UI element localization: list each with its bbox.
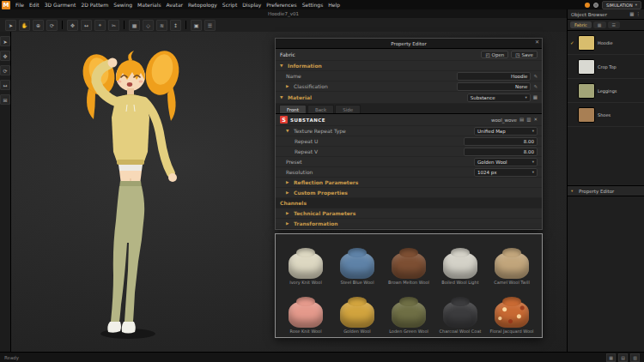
menu-retopology[interactable]: Retopology: [188, 2, 217, 8]
open-button[interactable]: ◰ Open: [481, 51, 508, 58]
menu-help[interactable]: Help: [328, 2, 340, 8]
measure-tool-icon[interactable]: ↕: [170, 20, 181, 31]
scissors-tool-icon[interactable]: ✂: [108, 20, 119, 31]
material-thumbnail[interactable]: Boiled Wool Light: [435, 238, 485, 285]
technical-parameters-header[interactable]: ▶ Technical Parameters: [276, 208, 542, 219]
menu-avatar[interactable]: Avatar: [167, 2, 183, 8]
menu-materials[interactable]: Materials: [137, 2, 161, 8]
repeat-v-field[interactable]: 8.00: [464, 148, 538, 156]
tab-side[interactable]: Side: [335, 105, 361, 113]
property-editor-collapsed-header[interactable]: ▾ Property Editor: [568, 185, 644, 196]
resolution-select[interactable]: 1024 px ▾: [474, 168, 538, 177]
fabric-list-item-hoodie[interactable]: ✓ Hoodie: [568, 31, 644, 55]
tab-fabric[interactable]: Fabric: [570, 21, 592, 28]
triangle-collapsed-icon[interactable]: ▶: [286, 84, 291, 88]
frame-all-icon[interactable]: ⊞: [0, 94, 10, 105]
options-tool-icon[interactable]: ☰: [204, 20, 216, 31]
material-side-tabs: Front Back Side: [276, 104, 542, 114]
menu-script[interactable]: Script: [222, 2, 237, 8]
material-thumbnail[interactable]: Ivory Knit Wool: [281, 238, 331, 285]
layout-grid-icon[interactable]: ▦: [606, 353, 616, 362]
channels-section-header[interactable]: Channels: [276, 198, 542, 208]
select-tool-icon[interactable]: ➤: [5, 20, 16, 31]
pattern-tool-icon[interactable]: ◇: [143, 20, 154, 31]
material-thumbnail[interactable]: Rose Knit Wool: [281, 287, 331, 334]
custom-properties-header[interactable]: ▶ Custom Properties: [276, 188, 542, 198]
grid-view-icon[interactable]: ▦: [629, 12, 634, 17]
menu-preferences[interactable]: Preferences: [266, 2, 296, 8]
material-thumbnail[interactable]: Steel Blue Wool: [332, 238, 382, 285]
layout-split-icon[interactable]: ▤: [618, 353, 628, 362]
sewing-tool-icon[interactable]: ≋: [156, 20, 167, 31]
edit-pencil-icon[interactable]: ✎: [533, 74, 538, 79]
menu-display[interactable]: Display: [242, 2, 261, 8]
move-gizmo-icon[interactable]: ✥: [0, 51, 10, 61]
tab-arrangement-icon[interactable]: ▦: [593, 21, 606, 28]
move-tool-icon[interactable]: ✥: [67, 20, 78, 31]
name-field[interactable]: Hoodie: [457, 72, 531, 81]
delete-icon[interactable]: ✕: [533, 118, 538, 123]
zoom-tool-icon[interactable]: ⊕: [33, 20, 44, 31]
fabric-list-item-leggings[interactable]: Leggings: [568, 79, 644, 103]
sync-status-icon[interactable]: [593, 3, 598, 8]
triangle-expanded-icon[interactable]: ▼: [286, 129, 291, 133]
close-icon[interactable]: ✕: [535, 39, 539, 45]
material-thumbnail[interactable]: Golden Wool: [332, 287, 382, 334]
menu-settings[interactable]: Settings: [302, 2, 324, 8]
tab-list-icon[interactable]: ☰: [608, 21, 620, 28]
fabric-list-item-croptop[interactable]: Crop Top: [568, 55, 644, 79]
layout-single-icon[interactable]: ▥: [630, 353, 640, 362]
preset-value: Golden Wool: [477, 160, 507, 165]
information-section-header[interactable]: ▼ Information: [276, 61, 542, 71]
scale-gizmo-icon[interactable]: ↔: [0, 80, 10, 90]
preset-select[interactable]: Golden Wool ▾: [474, 158, 538, 166]
copy-icon[interactable]: ▤: [519, 118, 524, 123]
rotate-view-tool-icon[interactable]: ⟳: [46, 20, 58, 31]
edit-pencil-icon[interactable]: ✎: [533, 84, 538, 89]
reflection-parameters-header[interactable]: ▶ Reflection Parameters: [276, 178, 542, 188]
menu-sewing[interactable]: Sewing: [113, 2, 132, 8]
simulation-mode-selector[interactable]: SIMULATION ▾: [602, 1, 641, 9]
material-thumbnail[interactable]: Loden Green Wool: [384, 287, 434, 334]
material-section-header[interactable]: ▼ Material Substance ▾ ▦: [276, 92, 542, 104]
pan-tool-icon[interactable]: ✋: [19, 20, 30, 31]
property-editor-titlebar[interactable]: Property Editor ✕: [276, 39, 542, 49]
save-disk-icon: ◳: [515, 52, 519, 57]
cursor-tool-icon[interactable]: ➤: [0, 36, 10, 46]
rotate-gizmo-icon[interactable]: ⟳: [0, 65, 10, 75]
menu-2d-pattern[interactable]: 2D Pattern: [81, 2, 108, 8]
resolution-value: 1024 px: [477, 170, 497, 175]
material-name: Rose Knit Wool: [289, 329, 321, 335]
repeat-u-field[interactable]: 8.00: [464, 137, 538, 146]
link-icon[interactable]: ▥: [526, 118, 531, 123]
tab-back[interactable]: Back: [307, 105, 334, 113]
account-avatar-icon[interactable]: [585, 3, 590, 8]
texture-repeat-select[interactable]: Unified Map ▾: [474, 127, 538, 136]
repeat-u-value: 8.00: [524, 139, 534, 144]
menu-file[interactable]: File: [15, 2, 24, 8]
material-thumbnail[interactable]: Floral Jacquard Wool: [487, 287, 537, 334]
substance-logo-icon: S: [280, 116, 288, 124]
more-options-icon[interactable]: ⋮: [636, 12, 641, 17]
pin-tool-icon[interactable]: ⌖: [94, 20, 106, 31]
tab-front[interactable]: Front: [279, 105, 307, 113]
material-type-select[interactable]: Substance ▾: [467, 94, 531, 102]
save-button[interactable]: ◳ Save: [511, 51, 538, 58]
object-browser-header[interactable]: Object Browser ▦ ⋮: [568, 9, 644, 20]
grid-tool-icon[interactable]: ▦: [129, 20, 140, 31]
avatar-character[interactable]: [46, 33, 217, 344]
scale-tool-icon[interactable]: ↔: [81, 20, 92, 31]
transformation-header[interactable]: ▶ Transformation: [276, 219, 542, 229]
menu-3d-garment[interactable]: 3D Garment: [45, 2, 76, 8]
material-name: Camel Wool Twill: [494, 281, 530, 286]
fabric-list-item-shoes[interactable]: Shoes: [568, 103, 644, 127]
layers-tool-icon[interactable]: ▣: [191, 20, 202, 31]
material-thumbnail[interactable]: Camel Wool Twill: [487, 238, 537, 285]
classification-value: None: [515, 84, 527, 89]
check-icon: ✓: [570, 40, 575, 45]
classification-field[interactable]: None: [457, 82, 531, 91]
material-library-icon[interactable]: ▦: [533, 95, 538, 100]
material-thumbnail[interactable]: Charcoal Wool Coat: [435, 287, 485, 334]
material-thumbnail[interactable]: Brown Melton Wool: [384, 238, 434, 285]
menu-edit[interactable]: Edit: [29, 2, 39, 8]
